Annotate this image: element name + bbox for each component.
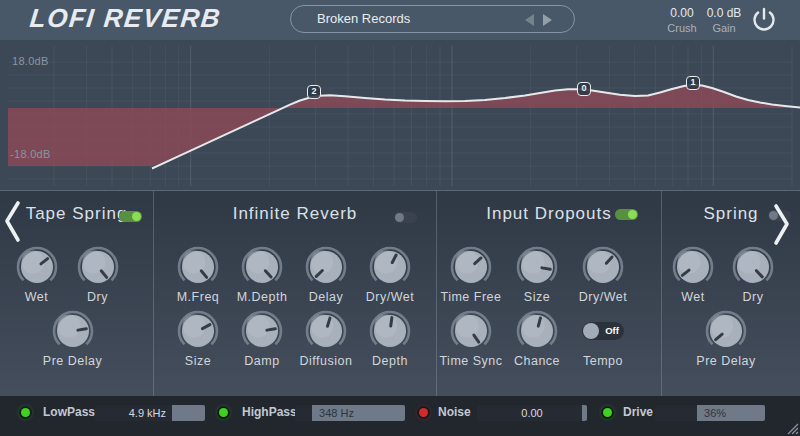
eq-db-max-label: 18.0dB [12,55,49,67]
knob-label-dry-wet: Dry/Wet [366,290,414,304]
control-cell: Chance [504,309,570,368]
toggle-handle [132,212,141,221]
knob-wet[interactable] [671,245,715,289]
eq-band-marker-1[interactable]: 1 [686,76,700,90]
knob-label-size: Size [524,290,550,304]
toggle-handle [628,210,637,219]
header-bar: LOFI REVERB Broken Records 0.00 Crush 0.… [0,0,800,40]
knob-label-tempo: Tempo [583,354,623,368]
control-cell: Time Free [438,245,504,304]
knob-dry-wet[interactable] [368,245,412,289]
knob-row: Wet Dry [662,245,783,304]
knob-size[interactable] [176,309,220,353]
knob-dial [368,309,412,353]
control-cell: OffTempo [570,309,636,368]
control-cell: Size [166,309,230,368]
knob-pre-delay[interactable] [51,309,95,353]
knob-label-diffusion: Diffusion [300,354,353,368]
knob-dry[interactable] [76,245,120,289]
noise-label: Noise [438,396,471,429]
crush-label: Crush [658,22,706,34]
knob-chance[interactable] [515,309,559,353]
resize-grip[interactable] [785,421,799,435]
knob-label-size: Size [185,354,211,368]
knob-size[interactable] [515,245,559,289]
knob-dial [449,309,493,353]
lowpass-led[interactable] [21,408,30,417]
knob-label-pre-delay: Pre Delay [696,354,755,368]
control-cell: Dry/Wet [570,245,636,304]
drive-led[interactable] [603,408,612,417]
knob-pre-delay[interactable] [704,309,748,353]
noise-led[interactable] [419,408,428,417]
lowpass-value: 4.9 kHz [129,405,166,421]
lowpass-slider[interactable]: 4.9 kHz [95,405,205,421]
knob-dial [304,245,348,289]
plugin-logo: LOFI REVERB [28,3,223,34]
control-cell: Damp [230,309,294,368]
control-cell: Time Sync [438,309,504,368]
knob-time-free[interactable] [449,245,493,289]
knob-dial [515,245,559,289]
knob-row: Time Free Size Dry/Wet [437,245,636,304]
knob-dry-wet[interactable] [581,245,625,289]
preset-selector[interactable]: Broken Records [290,5,575,33]
highpass-led[interactable] [219,408,228,417]
gain-value[interactable]: 0.0 dB [700,6,748,20]
knob-label-depth: Depth [372,354,408,368]
knob-m-depth[interactable] [240,245,284,289]
control-cell: Delay [294,245,358,304]
knob-row: Size Damp Diffusion Depth [154,309,422,368]
panel-infinite-reverb: Infinite Reverb M.Freq M.Depth Delay Dry… [153,191,436,396]
knob-dial [240,309,284,353]
highpass-value: 348 Hz [319,405,354,421]
knob-m-freq[interactable] [176,245,220,289]
knob-label-delay: Delay [309,290,343,304]
preset-prev-icon[interactable] [525,14,534,26]
knob-label-dry: Dry [743,290,764,304]
highpass-slider[interactable]: 348 Hz [295,405,405,421]
knob-dial [176,309,220,353]
next-panel-chevron[interactable] [772,203,792,247]
knob-depth[interactable] [368,309,412,353]
knob-row: Pre Delay [0,309,103,368]
knob-dial [449,245,493,289]
knob-dial [731,245,775,289]
tape-spring-enable-toggle[interactable] [119,211,142,222]
control-cell: Dry [67,245,128,304]
slider-fill [172,405,205,421]
knob-dial [51,309,95,353]
crush-value[interactable]: 0.00 [658,6,706,20]
power-icon[interactable] [750,6,778,34]
knob-row: M.Freq M.Depth Delay Dry/Wet [154,245,422,304]
drive-slider[interactable]: 36% [655,405,765,421]
knob-label-time-sync: Time Sync [439,354,502,368]
control-cell: Dry/Wet [358,245,422,304]
eq-band-marker-2[interactable]: 2 [307,85,321,99]
gain-label: Gain [700,22,748,34]
panel-input-dropouts: Input Dropouts Time Free Size Dry/Wet Ti… [436,191,661,396]
knob-row: Pre Delay [662,309,756,368]
infinite-reverb-enable-toggle[interactable] [394,212,417,223]
noise-slider[interactable]: 0.00 [477,405,587,421]
knob-wet[interactable] [15,245,59,289]
knob-diffusion[interactable] [304,309,348,353]
toggle-handle [583,323,599,339]
control-cell: Wet [6,245,67,304]
control-cell: M.Freq [166,245,230,304]
toggle-state-label: Off [600,322,624,340]
eq-band-marker-0[interactable]: 0 [577,82,591,96]
control-cell: M.Depth [230,245,294,304]
knob-time-sync[interactable] [449,309,493,353]
control-cell: Wet [663,245,723,304]
input-dropouts-enable-toggle[interactable] [615,209,638,220]
prev-panel-chevron[interactable] [3,200,23,244]
knob-damp[interactable] [240,309,284,353]
knob-delay[interactable] [304,245,348,289]
preset-next-icon[interactable] [543,14,552,26]
tempo-toggle[interactable]: Off [582,322,624,340]
knob-dry[interactable] [731,245,775,289]
knob-dial [581,245,625,289]
noise-value: 0.00 [477,405,587,421]
control-cell: Pre Delay [696,309,756,368]
